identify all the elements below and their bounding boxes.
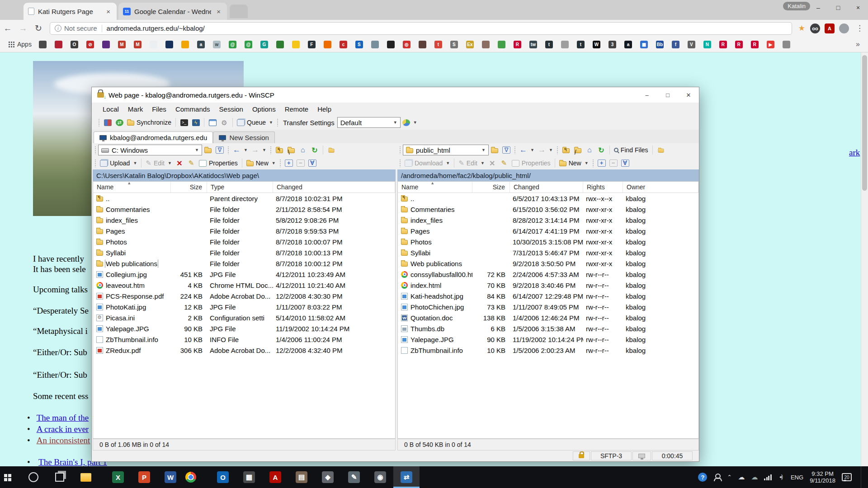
page-link-fragment[interactable]: ark (849, 148, 860, 158)
page-link[interactable]: The man of the (37, 413, 89, 422)
bookmark-favicon[interactable]: ▶ (767, 41, 774, 48)
file-row[interactable]: leaveout.htm 4 KB Chrome HTML Doc... 4/1… (93, 280, 395, 291)
file-row[interactable]: conssyllabusfall00.htm 72 KB 2/24/2006 4… (398, 269, 698, 280)
transfer-options-button[interactable]: ▼ (401, 117, 419, 128)
bookmark-favicon[interactable] (102, 41, 110, 48)
taskbar-app-button[interactable]: P (131, 466, 157, 488)
apps-label[interactable]: Apps (17, 41, 32, 48)
bookmark-favicon[interactable]: f (672, 41, 679, 48)
bookmark-favicon[interactable]: ⊘ (86, 41, 94, 48)
taskbar-app-button[interactable]: A (262, 466, 288, 488)
bookmark-favicon[interactable]: G (260, 41, 268, 48)
root-directory-button[interactable]: / (572, 145, 584, 155)
file-row[interactable]: Kati-headshot.jpg 84 KB 6/14/2007 12:29:… (398, 291, 698, 301)
bookmark-favicon[interactable] (324, 41, 331, 48)
file-row[interactable]: Pages File folder 8/7/2018 9:59:53 PM (93, 225, 395, 236)
taskbar-app-button[interactable]: ▤ (288, 466, 315, 488)
scrollbar-thumb[interactable] (862, 55, 867, 191)
file-row[interactable]: Web publications File folder 8/7/2018 10… (93, 258, 395, 269)
menu-item[interactable]: Local (98, 105, 123, 113)
bookmark-favicon[interactable]: F (308, 41, 316, 48)
bookmark-favicon[interactable]: @ (245, 41, 252, 48)
bookmark-favicon[interactable]: t (434, 41, 442, 48)
browser-minimize-button[interactable]: – (808, 0, 828, 15)
bookmark-star-icon[interactable]: ★ (798, 23, 805, 33)
layout-button[interactable] (102, 117, 113, 128)
file-row[interactable]: Picasa.ini 2 KB Configuration setti 5/14… (93, 312, 395, 323)
help-icon[interactable]: ? (698, 473, 707, 482)
browser-tab-kati[interactable]: Kati Rutgers Page × (24, 3, 117, 20)
transfer-settings-select[interactable]: Default ▼ (337, 117, 401, 128)
file-row[interactable]: Photos 10/30/2015 3:15:08 PM rwxr-xr-x k… (398, 236, 698, 247)
upload-button[interactable]: Upload ▼ (98, 158, 139, 169)
browser-profile-name[interactable]: Katalin (783, 2, 810, 10)
bookmark-favicon[interactable] (419, 41, 426, 48)
action-center-icon[interactable]: 20 (842, 473, 852, 481)
console-button[interactable]: >_ (178, 117, 190, 128)
column-header-owner[interactable]: Owner (623, 182, 698, 192)
taskbar-app-button[interactable] (52, 466, 79, 488)
tray-expand-chevron-icon[interactable]: ⌃ (727, 474, 731, 480)
bookmark-favicon[interactable]: t (577, 41, 585, 48)
bookmark-favicon[interactable]: ▦ (640, 41, 648, 48)
bookmark-favicon[interactable]: V (688, 41, 695, 48)
menu-item[interactable]: Options (248, 105, 280, 113)
edit-button[interactable]: ✎ Edit ▼ (457, 158, 486, 169)
bookmark-favicon[interactable]: R (719, 41, 727, 48)
forward-button[interactable]: →▼ (250, 145, 268, 155)
taskbar-app-button[interactable] (184, 466, 210, 488)
bookmark-favicon[interactable] (783, 41, 790, 48)
parent-directory-button[interactable] (560, 145, 572, 155)
taskbar-app-button[interactable]: ⇄ (393, 466, 420, 488)
bookmark-favicon[interactable] (181, 41, 189, 48)
bookmark-favicon[interactable] (292, 41, 300, 48)
taskbar-app-button[interactable]: O (210, 466, 236, 488)
sync-browsing-button[interactable]: ⇄ (113, 117, 125, 128)
file-row[interactable]: Pages 6/14/2017 4:41:19 PM rwxr-xr-x kba… (398, 225, 698, 236)
file-row[interactable]: Syllabi File folder 8/7/2018 10:00:13 PM (93, 247, 395, 258)
filter-button[interactable]: ∇ (214, 145, 226, 155)
delete-button[interactable]: ✕ (174, 158, 185, 169)
reload-button[interactable]: ↻ (31, 23, 46, 33)
forward-button[interactable]: →▼ (536, 145, 555, 155)
browser-close-button[interactable]: × (848, 0, 868, 15)
column-header-name[interactable]: ▲Name (93, 182, 171, 192)
bookmark-favicon[interactable] (371, 41, 379, 48)
encryption-cell[interactable] (573, 451, 590, 460)
taskbar-app-button[interactable] (79, 466, 105, 488)
refresh-button[interactable]: ↻ (595, 145, 607, 155)
file-row[interactable]: Yalepage.JPG 90 KB 11/19/2002 10:14:24 P… (398, 334, 698, 345)
url-text[interactable]: andromeda.rutgers.edu/~kbalog/ (107, 24, 205, 32)
menu-item[interactable]: Mark (123, 105, 147, 113)
menu-item[interactable]: Help (313, 105, 336, 113)
file-row[interactable]: index_files 8/28/2012 3:14:14 PM rwxr-xr… (398, 215, 698, 225)
page-link[interactable]: An inconsistent (37, 436, 90, 445)
bookmark-favicon[interactable]: O (71, 41, 78, 48)
file-row[interactable]: Yalepage.JPG 90 KB JPG File 11/19/2002 1… (93, 323, 395, 334)
open-directory-button[interactable] (489, 145, 500, 155)
menu-item[interactable]: Remote (280, 105, 313, 113)
edit-button[interactable]: ✎ Edit ▼ (144, 158, 174, 169)
file-row[interactable]: PhotoKati.jpg 12 KB JPG File 1/11/2007 8… (93, 301, 395, 312)
file-row[interactable]: index.html 70 KB 9/2/2018 3:40:46 PM rw-… (398, 280, 698, 291)
preferences-button[interactable]: ⚙ (218, 117, 230, 128)
toolbar-grip[interactable] (94, 159, 96, 167)
select-button[interactable]: + (596, 158, 608, 169)
bookmark-favicon[interactable]: M (118, 41, 126, 48)
bookmark-favicon[interactable]: W (593, 41, 600, 48)
column-header-type[interactable]: Type (207, 182, 273, 192)
commands-button[interactable]: ϟ (190, 117, 202, 128)
column-header-changed[interactable]: Changed (510, 182, 583, 192)
home-directory-button[interactable]: ⌂ (297, 145, 309, 155)
info-icon[interactable]: i (55, 25, 61, 32)
file-row[interactable]: .. Parent directory 8/7/2018 10:02:31 PM (93, 193, 395, 204)
synchronize-button[interactable]: Synchronize (125, 117, 173, 128)
show-desktop-button[interactable] (861, 466, 863, 488)
new-button[interactable]: New ▼ (557, 158, 590, 169)
winscp-close-button[interactable]: ✕ (678, 87, 699, 103)
address-bar[interactable]: i Not secure andromeda.rutgers.edu/~kbal… (50, 22, 792, 35)
connection-cell[interactable] (632, 451, 651, 460)
local-path-bar[interactable]: C:\Users\Katalin Balog\Dropbox\AKatidocs… (93, 169, 396, 181)
bookmark-favicon[interactable] (55, 41, 62, 48)
bookmark-favicon[interactable]: S (355, 41, 363, 48)
